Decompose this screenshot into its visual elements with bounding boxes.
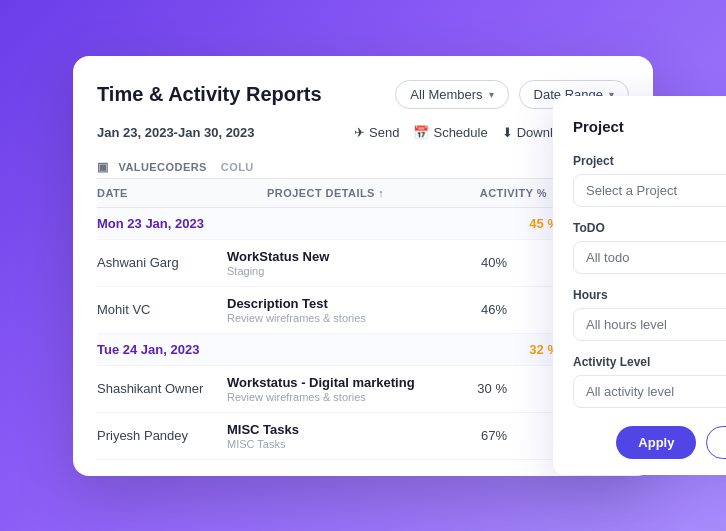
col-header-date: DATE (97, 187, 267, 199)
cell-pct: 40% (417, 255, 507, 270)
calendar-icon: 📅 (413, 125, 429, 140)
col-header-project: PROJECT DETAILS ↑ (267, 187, 457, 199)
table-row: Priyesh Pandey MISC Tasks MISC Tasks 67%… (97, 413, 629, 460)
apply-button[interactable]: Apply (616, 426, 696, 459)
project-section: Project Select a Project ▾ (573, 154, 726, 207)
filter-panel: Project ✕ Project Select a Project ▾ ToD… (553, 96, 726, 475)
schedule-button[interactable]: 📅 Schedule (413, 125, 487, 140)
project-section-label: Project (573, 154, 726, 168)
filter-header: Project ✕ (573, 116, 726, 138)
header-row: Time & Activity Reports All Members ▾ Da… (97, 80, 629, 109)
cell-pct: 67% (417, 428, 507, 443)
project-select[interactable]: Select a Project ▾ (573, 174, 726, 207)
date-group-label: Mon 23 Jan, 2023 (97, 216, 267, 231)
col-header-activity: ACTIVITY % (457, 187, 547, 199)
activity-section: Activity Level All activity level ▾ (573, 355, 726, 408)
clear-button[interactable]: Clear (706, 426, 726, 459)
cell-member: Priyesh Pandey (97, 428, 227, 443)
table-header: DATE PROJECT DETAILS ↑ ACTIVITY % (97, 178, 629, 208)
cell-member: Ashwani Garg (97, 255, 227, 270)
todo-select[interactable]: All todo ▾ (573, 241, 726, 274)
cell-project: WorkStatus New Staging (227, 249, 417, 277)
all-members-button[interactable]: All Members ▾ (395, 80, 508, 109)
filter-panel-title: Project (573, 118, 624, 135)
activity-section-label: Activity Level (573, 355, 726, 369)
table-row: Ashwani Garg WorkStatus New Staging 40% … (97, 240, 629, 287)
activity-select[interactable]: All activity level ▾ (573, 375, 726, 408)
company-label: ▣ VALUECODERS Colu (97, 152, 629, 178)
send-icon: ✈ (354, 125, 365, 140)
cell-pct: 30 % (417, 381, 507, 396)
date-group-pct: 45 % (469, 216, 559, 231)
filter-footer: Apply Clear (573, 426, 726, 459)
main-card: Time & Activity Reports All Members ▾ Da… (73, 56, 653, 476)
cell-member: Shashikant Owner (97, 381, 227, 396)
chevron-down-icon: ▾ (489, 89, 494, 100)
date-group-pct: 32 % (469, 342, 559, 357)
cell-project: Description Test Review wireframes & sto… (227, 296, 417, 324)
cell-project: MISC Tasks MISC Tasks (227, 422, 417, 450)
table-row: Shashikant Owner Workstatus - Digital ma… (97, 366, 629, 413)
table-body: Mon 23 Jan, 2023 45 % 13 Ashwani Garg Wo… (97, 208, 629, 460)
date-range-label: Jan 23, 2023-Jan 30, 2023 (97, 125, 255, 140)
hours-select[interactable]: All hours level ▾ (573, 308, 726, 341)
cell-member: Mohit VC (97, 302, 227, 317)
todo-section-label: ToDO (573, 221, 726, 235)
date-group-label: Tue 24 Jan, 2023 (97, 342, 267, 357)
bar-chart-icon: ▣ (97, 160, 108, 174)
table-row: Mohit VC Description Test Review wirefra… (97, 287, 629, 334)
download-icon: ⬇ (502, 125, 513, 140)
date-group-row: Mon 23 Jan, 2023 45 % 13 (97, 208, 629, 240)
page-title: Time & Activity Reports (97, 83, 322, 106)
date-group-row: Tue 24 Jan, 2023 32 % 12 (97, 334, 629, 366)
hours-section-label: Hours (573, 288, 726, 302)
todo-section: ToDO All todo ▾ (573, 221, 726, 274)
col-indicator: Colu (221, 161, 254, 173)
send-button[interactable]: ✈ Send (354, 125, 399, 140)
hours-section: Hours All hours level ▾ (573, 288, 726, 341)
cell-pct: 46% (417, 302, 507, 317)
cell-project: Workstatus - Digital marketing Review wi… (227, 375, 417, 403)
toolbar-row: Jan 23, 2023-Jan 30, 2023 ✈ Send 📅 Sched… (97, 125, 629, 140)
